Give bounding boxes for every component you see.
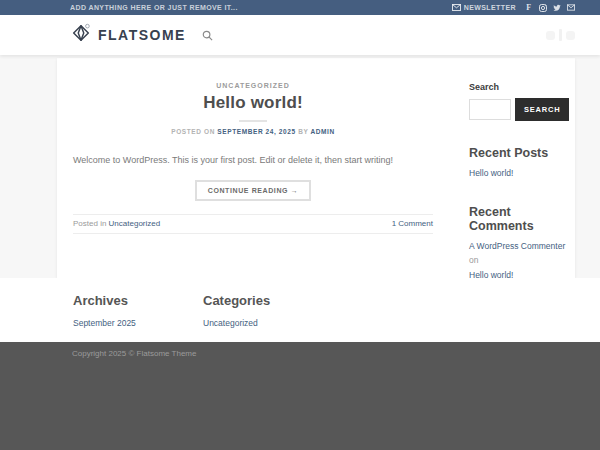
page-background: UNCATEGORIZED Hello world! POSTED ON SEP…	[0, 55, 600, 278]
post-date-link[interactable]: SEPTEMBER 24, 2025	[217, 128, 295, 135]
sidebar-search-button[interactable]: SEARCH	[515, 98, 569, 121]
continue-reading-button[interactable]: CONTINUE READING →	[195, 180, 312, 201]
search-icon[interactable]	[202, 30, 213, 41]
site-logo[interactable]: FLATSOME	[70, 22, 186, 48]
copyright-text: Copyright 2025 © Flatsome Theme	[72, 349, 196, 358]
faint-control-right	[566, 31, 575, 40]
flatsome-gem-icon	[70, 22, 92, 48]
post-title[interactable]: Hello world!	[73, 93, 433, 113]
absolute-footer: Copyright 2025 © Flatsome Theme	[0, 342, 600, 450]
comments-link[interactable]: 1 Comment	[392, 219, 433, 228]
facebook-icon[interactable]: f	[525, 4, 533, 12]
categories-title: Categories	[203, 293, 333, 308]
posted-in-category-link[interactable]: Uncategorized	[109, 219, 161, 228]
post-excerpt: Welcome to WordPress. This is your first…	[73, 154, 433, 167]
newsletter-label: Newsletter	[464, 4, 516, 11]
sidebar: Search SEARCH Recent Posts Hello world! …	[469, 58, 573, 278]
post-category-label[interactable]: UNCATEGORIZED	[73, 82, 433, 89]
commenter-link[interactable]: A WordPress Commenter	[469, 241, 565, 251]
title-divider	[239, 120, 267, 122]
recent-comments-title: Recent Comments	[469, 205, 573, 233]
newsletter-link[interactable]: Newsletter	[452, 4, 516, 11]
faint-control-left	[546, 31, 555, 40]
topbar: ADD ANYTHING HERE OR JUST REMOVE IT... N…	[0, 0, 600, 15]
footer-widgets: Archives September 2025 Categories Uncat…	[0, 278, 600, 342]
posted-in-label: Posted in	[73, 219, 106, 228]
content-card: UNCATEGORIZED Hello world! POSTED ON SEP…	[57, 58, 575, 278]
post-footer-row: Posted in Uncategorized 1 Comment	[73, 214, 433, 234]
envelope-icon	[452, 4, 461, 11]
sidebar-search-input[interactable]	[469, 99, 511, 120]
site-header: FLATSOME	[0, 15, 600, 55]
archives-widget: Archives September 2025	[73, 293, 203, 342]
search-widget-label: Search	[469, 82, 573, 92]
posted-on-label: POSTED ON	[171, 128, 215, 135]
faint-control-divider	[559, 29, 562, 41]
by-label: BY	[298, 128, 308, 135]
posted-in: Posted in Uncategorized	[73, 219, 160, 228]
topbar-message: ADD ANYTHING HERE OR JUST REMOVE IT...	[70, 4, 238, 11]
email-icon[interactable]	[567, 4, 575, 12]
recent-posts-title: Recent Posts	[469, 146, 573, 160]
recent-post-link[interactable]: Hello world!	[469, 168, 513, 178]
comment-connector: on	[469, 255, 478, 265]
categories-widget: Categories Uncategorized	[203, 293, 333, 342]
logo-text: FLATSOME	[98, 27, 186, 43]
archives-title: Archives	[73, 293, 203, 308]
recent-comment-item: A WordPress Commenter on Hello world!	[469, 239, 573, 282]
blog-post: UNCATEGORIZED Hello world! POSTED ON SEP…	[57, 58, 433, 278]
post-meta: POSTED ON SEPTEMBER 24, 2025 BY ADMIN	[73, 128, 433, 135]
twitter-icon[interactable]	[553, 4, 561, 12]
archive-month-link[interactable]: September 2025	[73, 318, 136, 328]
category-link[interactable]: Uncategorized	[203, 318, 258, 328]
header-secondary-controls	[546, 29, 575, 41]
search-widget: SEARCH	[469, 98, 573, 121]
instagram-icon[interactable]	[539, 4, 547, 12]
post-author-link[interactable]: ADMIN	[310, 128, 334, 135]
